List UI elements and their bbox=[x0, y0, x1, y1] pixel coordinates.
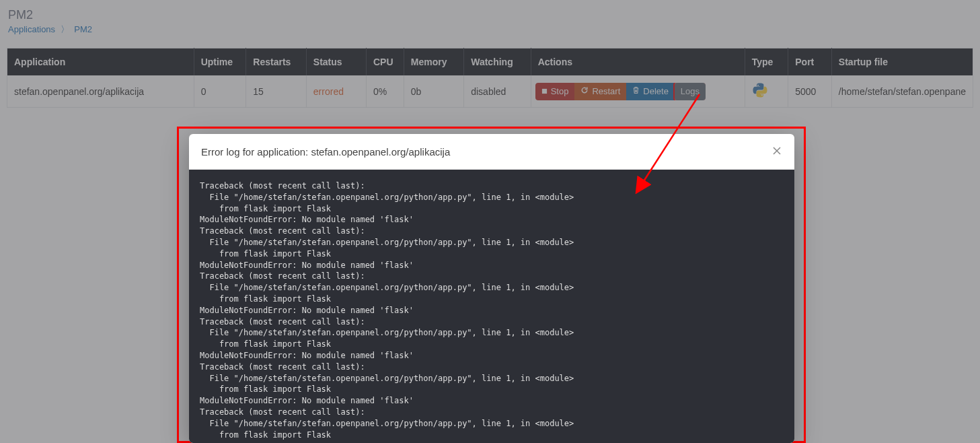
modal-header: Error log for application: stefan.openpa… bbox=[189, 134, 794, 170]
stop-label: Stop bbox=[551, 86, 569, 98]
modal-log-body: Traceback (most recent call last): File … bbox=[189, 170, 794, 443]
stop-icon bbox=[541, 86, 548, 98]
modal-close-button[interactable] bbox=[771, 145, 782, 158]
cell-actions: Stop Restart bbox=[531, 75, 745, 108]
col-watching: Watching bbox=[464, 48, 531, 76]
cell-status: errored bbox=[306, 75, 366, 108]
python-icon bbox=[752, 82, 768, 98]
error-log-modal: Error log for application: stefan.openpa… bbox=[189, 134, 794, 443]
col-port: Port bbox=[788, 48, 832, 76]
breadcrumb: Applications 〉 PM2 bbox=[8, 24, 972, 36]
svg-rect-0 bbox=[542, 88, 547, 93]
table-header-row: Application Uptime Restarts Status CPU M… bbox=[7, 48, 973, 76]
modal-title: Error log for application: stefan.openpa… bbox=[201, 146, 450, 158]
logs-label: Logs bbox=[681, 86, 700, 98]
col-uptime: Uptime bbox=[194, 48, 246, 76]
page-title: PM2 bbox=[8, 8, 972, 22]
cell-type bbox=[745, 75, 788, 108]
col-restarts: Restarts bbox=[246, 48, 307, 76]
cell-watching: disabled bbox=[464, 75, 531, 108]
applications-table: Application Uptime Restarts Status CPU M… bbox=[7, 48, 973, 108]
delete-label: Delete bbox=[643, 86, 669, 98]
restart-label: Restart bbox=[592, 86, 620, 98]
restart-icon bbox=[580, 86, 589, 98]
col-startup: Startup file bbox=[831, 48, 973, 76]
cell-restarts: 15 bbox=[246, 75, 307, 108]
restart-button[interactable]: Restart bbox=[574, 83, 626, 100]
close-icon bbox=[771, 144, 782, 159]
col-status: Status bbox=[306, 48, 366, 76]
stop-button[interactable]: Stop bbox=[535, 83, 575, 100]
breadcrumb-root[interactable]: Applications bbox=[8, 24, 55, 34]
cell-cpu: 0% bbox=[366, 75, 404, 108]
cell-startup: /home/stefan/stefan.openpane bbox=[831, 75, 973, 108]
cell-memory: 0b bbox=[404, 75, 463, 108]
breadcrumb-current[interactable]: PM2 bbox=[74, 24, 92, 34]
cell-port: 5000 bbox=[788, 75, 832, 108]
delete-button[interactable]: Delete bbox=[626, 83, 675, 100]
col-application: Application bbox=[7, 48, 194, 76]
col-actions: Actions bbox=[531, 48, 745, 76]
trash-icon bbox=[632, 86, 640, 98]
logs-button[interactable]: Logs bbox=[675, 83, 706, 100]
cell-uptime: 0 bbox=[194, 75, 246, 108]
table-row: stefan.openpanel.org/aplikacija 0 15 err… bbox=[7, 75, 973, 108]
col-memory: Memory bbox=[404, 48, 463, 76]
cell-application: stefan.openpanel.org/aplikacija bbox=[7, 75, 194, 108]
breadcrumb-separator-icon: 〉 bbox=[61, 24, 69, 34]
col-cpu: CPU bbox=[366, 48, 404, 76]
col-type: Type bbox=[745, 48, 788, 76]
